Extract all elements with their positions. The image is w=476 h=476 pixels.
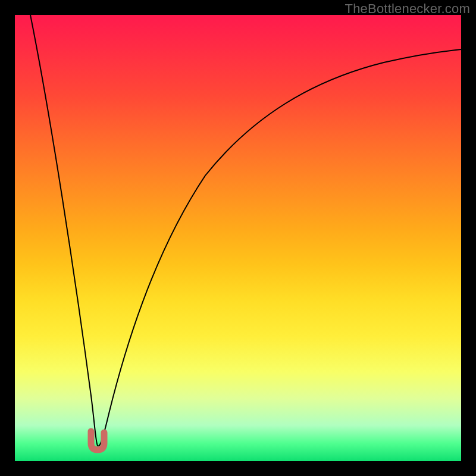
watermark-text: TheBottlenecker.com	[345, 1, 470, 17]
plot-area	[15, 15, 461, 461]
notch-marker-icon	[91, 431, 104, 450]
outer-black-frame: TheBottlenecker.com	[0, 0, 476, 476]
curve-layer	[15, 15, 461, 461]
bottleneck-curve	[30, 15, 461, 446]
